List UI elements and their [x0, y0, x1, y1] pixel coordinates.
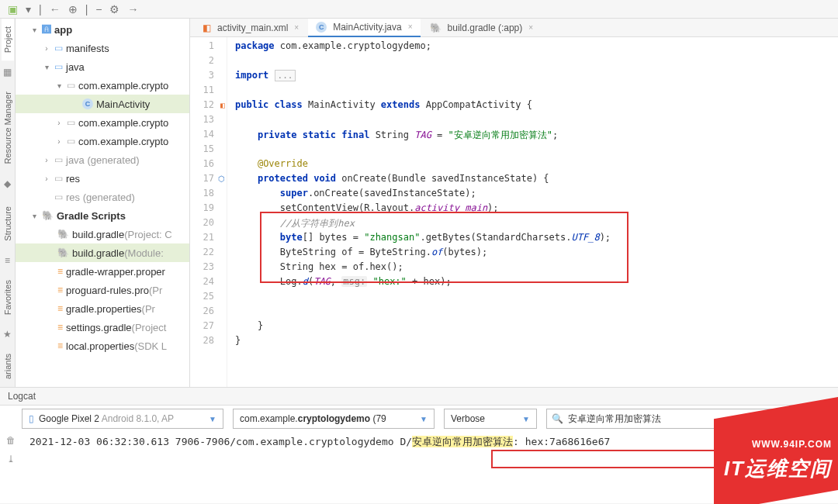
- logcat-tab[interactable]: Logcat: [0, 387, 838, 406]
- tree-node-res[interactable]: ›▭res: [16, 169, 189, 188]
- right-arrow-icon[interactable]: →: [127, 3, 138, 16]
- scroll-end-icon[interactable]: ⤓: [7, 454, 15, 464]
- chevron-down-icon: ▼: [209, 415, 216, 423]
- fold-icon[interactable]: ...: [275, 70, 296, 81]
- close-icon[interactable]: ×: [528, 23, 533, 32]
- trash-icon[interactable]: 🗑: [6, 435, 16, 446]
- project-icon: ▦: [3, 67, 12, 78]
- collapse-icon[interactable]: −: [95, 3, 102, 16]
- override-marker-icon[interactable]: ⬡: [218, 174, 225, 183]
- tree-node-build-gradle-module[interactable]: 🐘build.gradle (Module:: [16, 243, 189, 262]
- chevron-down-icon: ▼: [522, 415, 530, 423]
- top-toolbar: ▣ ▾ | ← ⊕ | − ⚙ →: [0, 0, 838, 19]
- dropdown-icon[interactable]: ▾: [26, 3, 31, 16]
- watermark-url: WWW.94IP.COM: [752, 439, 832, 450]
- tree-node-main-activity[interactable]: CMainActivity: [16, 95, 189, 113]
- star-icon: ★: [3, 329, 12, 340]
- structure-icon: ≡: [5, 255, 10, 266]
- side-tab-resource-manager[interactable]: Resource Manager: [2, 84, 14, 172]
- left-arrow-icon[interactable]: ←: [50, 3, 61, 16]
- tab-main-activity-java[interactable]: CMainActivity.java×: [308, 19, 420, 37]
- tree-node-java-generated[interactable]: ›▭java (generated): [16, 150, 189, 169]
- watermark-text: IT运维空间: [724, 455, 832, 482]
- android-icon[interactable]: ▣: [8, 3, 18, 16]
- side-tab-project[interactable]: Project: [2, 19, 14, 60]
- divider: |: [85, 3, 88, 16]
- add-icon[interactable]: ⊕: [68, 3, 78, 16]
- editor-area: ◧activity_main.xml× CMainActivity.java× …: [190, 19, 838, 387]
- close-icon[interactable]: ×: [408, 22, 413, 31]
- search-icon: 🔍: [552, 413, 563, 424]
- tree-node-local-properties[interactable]: ≡local.properties (SDK L: [16, 337, 189, 355]
- tree-node-proguard[interactable]: ≡proguard-rules.pro (Pr: [16, 281, 189, 299]
- tree-node-build-gradle-project[interactable]: 🐘build.gradle (Project: C: [16, 225, 189, 243]
- editor-gutter: 1 2 3 11 12◧ 13 14 15 16 17⬡ 18 19 20 21…: [190, 37, 227, 387]
- tree-node-gradle-scripts[interactable]: ▾🐘Gradle Scripts: [16, 206, 189, 225]
- class-marker-icon[interactable]: ◧: [220, 101, 225, 109]
- tree-node-package-1[interactable]: ▾▭com.example.crypto: [16, 76, 189, 95]
- tree-node-app[interactable]: ▾🅰app: [16, 20, 189, 39]
- tab-build-gradle-app[interactable]: 🐘build.gradle (:app)×: [422, 19, 542, 37]
- side-tab-favorites[interactable]: Favorites: [2, 272, 14, 323]
- editor-tab-bar: ◧activity_main.xml× CMainActivity.java× …: [190, 19, 838, 37]
- highlight-box: [260, 212, 628, 283]
- tab-activity-main-xml[interactable]: ◧activity_main.xml×: [195, 19, 306, 37]
- log-gutter: 🗑 ⤓: [0, 432, 22, 503]
- device-selector[interactable]: ▯ Google Pixel 2 Android 8.1.0, AP ▼: [22, 409, 223, 429]
- side-tab-structure[interactable]: Structure: [2, 198, 14, 249]
- tree-node-java[interactable]: ▾▭java: [16, 57, 189, 76]
- gear-icon[interactable]: ⚙: [109, 3, 119, 16]
- tree-node-manifests[interactable]: ›▭manifests: [16, 39, 189, 57]
- tree-node-res-generated[interactable]: ▭res (generated): [16, 188, 189, 206]
- close-icon[interactable]: ×: [294, 23, 299, 32]
- log-level-selector[interactable]: Verbose▼: [444, 409, 537, 429]
- chevron-down-icon: ▼: [420, 415, 428, 423]
- resource-icon: ◆: [4, 178, 11, 189]
- tree-node-settings-gradle[interactable]: ≡settings.gradle (Project: [16, 318, 189, 337]
- side-tab-variants[interactable]: ariants: [2, 346, 14, 387]
- divider: |: [39, 3, 42, 16]
- tree-node-package-3[interactable]: ›▭com.example.crypto: [16, 132, 189, 150]
- tree-node-gradle-properties[interactable]: ≡gradle.properties (Pr: [16, 299, 189, 318]
- process-selector[interactable]: com.example.cryptologydemo (79 ▼: [233, 409, 435, 429]
- tree-node-gradle-wrapper[interactable]: ≡gradle-wrapper.proper: [16, 262, 189, 281]
- project-tree: ▾🅰app ›▭manifests ▾▭java ▾▭com.example.c…: [16, 19, 190, 387]
- code-editor[interactable]: package com.example.cryptologydemo; impo…: [227, 37, 838, 387]
- tree-node-package-2[interactable]: ›▭com.example.crypto: [16, 113, 189, 132]
- left-tool-strip: Project ▦ Resource Manager ◆ Structure ≡…: [0, 19, 16, 387]
